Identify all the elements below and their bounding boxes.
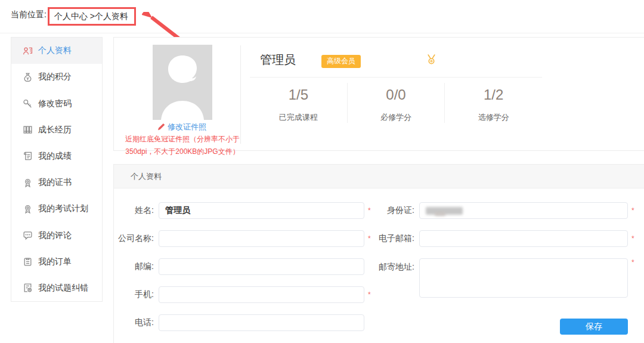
stat-value: 1/2 [445, 86, 542, 103]
breadcrumb-label: 当前位置: [11, 7, 47, 21]
name-label: 姓名: [114, 205, 159, 216]
sidebar-item-grades[interactable]: 我的成绩 [11, 143, 102, 169]
address-textarea[interactable] [419, 258, 628, 298]
form-row-name: 姓名: * [114, 202, 376, 219]
key-icon [23, 98, 33, 109]
postcode-label: 邮编: [114, 261, 159, 272]
sidebar-item-password[interactable]: 修改密码 [11, 90, 102, 116]
sidebar-item-points[interactable]: 我的积分 [11, 64, 102, 90]
form-section-title: 个人资料 [114, 165, 644, 189]
form-row-postcode: 邮编: [114, 258, 376, 275]
form-column-right: 身份证: * 电子邮箱: * 邮寄地址: * 保存 [376, 202, 644, 335]
photo-hint-line2: 350dpi，不大于200KB的JPG文件） [115, 146, 250, 158]
id-card-input[interactable] [419, 202, 628, 219]
sidebar-item-question-correction[interactable]: 我的试题纠错 [11, 275, 102, 301]
photo-requirements-hint: 近期红底免冠证件照（分辨率不小于 350dpi，不大于200KB的JPG文件） [115, 133, 250, 158]
sidebar-item-certificates[interactable]: 我的证书 [11, 169, 102, 196]
company-input[interactable] [159, 230, 364, 247]
stat-label: 选修学分 [445, 112, 542, 123]
required-marker: * [631, 206, 634, 215]
sidebar-item-growth[interactable]: 成长经历 [11, 117, 102, 143]
breadcrumb: 当前位置: 个人中心 >个人资料 [0, 0, 644, 33]
comment-bubble-icon [23, 230, 33, 240]
postcode-input[interactable] [159, 258, 364, 275]
profile-form-card: 个人资料 姓名: * 公司名称: * 邮编: 手机: * [113, 164, 644, 343]
sidebar-item-label: 我的考试计划 [38, 203, 88, 214]
stats-row: 1/5 已完成课程 0/0 必修学分 1/2 选修学分 [250, 83, 542, 123]
pencil-icon [157, 123, 165, 132]
required-marker: * [368, 206, 371, 215]
question-correction-icon [23, 283, 33, 293]
certificate-seal-icon [23, 178, 33, 188]
address-label: 邮寄地址: [376, 258, 419, 273]
required-marker: * [631, 258, 634, 267]
stat-label: 必修学分 [348, 112, 445, 123]
stat-completed-courses: 1/5 已完成课程 [250, 83, 347, 123]
exam-plan-seal-icon [23, 204, 33, 214]
sidebar-item-profile[interactable]: 个人资料 [11, 38, 102, 64]
sidebar-item-label: 我的积分 [38, 72, 72, 82]
sidebar-item-orders[interactable]: 我的订单 [11, 249, 102, 275]
sidebar-nav: 个人资料 我的积分 修改密码 成长经历 [11, 37, 103, 302]
form-row-company: 公司名称: * [114, 230, 376, 247]
edit-photo-link[interactable]: 修改证件照 [114, 122, 250, 132]
photo-hint-line1: 近期红底免冠证件照（分辨率不小于 [115, 133, 250, 146]
phone-input[interactable] [159, 314, 364, 331]
mobile-label: 手机: [114, 289, 159, 300]
points-bag-icon [23, 72, 33, 82]
sidebar-item-label: 我的成绩 [38, 151, 72, 162]
required-marker: * [631, 234, 634, 243]
stat-value: 1/5 [250, 86, 347, 103]
stat-label: 已完成课程 [250, 112, 347, 123]
stat-required-credits: 0/0 必修学分 [347, 83, 445, 123]
sidebar-item-comments[interactable]: 我的评论 [11, 222, 102, 248]
edit-photo-label: 修改证件照 [168, 122, 206, 131]
sidebar-item-label: 我的订单 [38, 257, 72, 267]
form-row-phone: 电话: [114, 314, 376, 331]
form-row-mobile: 手机: * [114, 286, 376, 303]
sidebar-item-label: 我的试题纠错 [38, 283, 88, 293]
sidebar-item-label: 我的评论 [38, 230, 72, 241]
form-column-left: 姓名: * 公司名称: * 邮编: 手机: * 电话: [114, 202, 376, 342]
sidebar-item-exam-plan[interactable]: 我的考试计划 [11, 196, 102, 222]
company-label: 公司名称: [114, 233, 159, 244]
stat-value: 0/0 [348, 86, 445, 103]
stat-elective-credits: 1/2 选修学分 [444, 83, 542, 123]
phone-label: 电话: [114, 317, 159, 328]
sidebar-item-label: 成长经历 [38, 125, 72, 135]
order-clipboard-icon [23, 257, 33, 267]
required-marker: * [368, 234, 371, 243]
books-icon [23, 125, 33, 135]
id-card-label: 身份证: [376, 205, 419, 216]
personal-profile-page: { "breadcrumb": { "label": "当前位置:", "pat… [0, 0, 644, 343]
form-row-id-card: 身份证: * [376, 202, 644, 219]
id-card-icon [23, 46, 33, 56]
mobile-input[interactable] [159, 286, 364, 303]
email-input[interactable] [419, 230, 628, 247]
save-button[interactable]: 保存 [560, 319, 628, 335]
medal-icon [426, 54, 436, 67]
avatar [153, 45, 212, 120]
form-actions: 保存 [376, 319, 644, 335]
sidebar-item-label: 修改密码 [38, 98, 72, 109]
membership-badge: 高级会员 [321, 55, 361, 68]
vertical-divider [240, 45, 241, 144]
sidebar-item-label: 我的证书 [38, 177, 72, 188]
username: 管理员 [260, 52, 296, 68]
form-row-email: 电子邮箱: * [376, 230, 644, 247]
name-input[interactable] [159, 202, 364, 219]
form-row-address: 邮寄地址: * [376, 258, 644, 298]
email-label: 电子邮箱: [376, 233, 419, 244]
required-marker: * [368, 291, 371, 299]
profile-summary-card: 修改证件照 近期红底免冠证件照（分辨率不小于 350dpi，不大于200KB的J… [113, 37, 644, 151]
horizontal-divider [250, 77, 542, 78]
scroll-icon [23, 151, 33, 161]
sidebar-item-label: 个人资料 [38, 45, 72, 56]
breadcrumb-path-highlighted[interactable]: 个人中心 >个人资料 [48, 7, 136, 26]
